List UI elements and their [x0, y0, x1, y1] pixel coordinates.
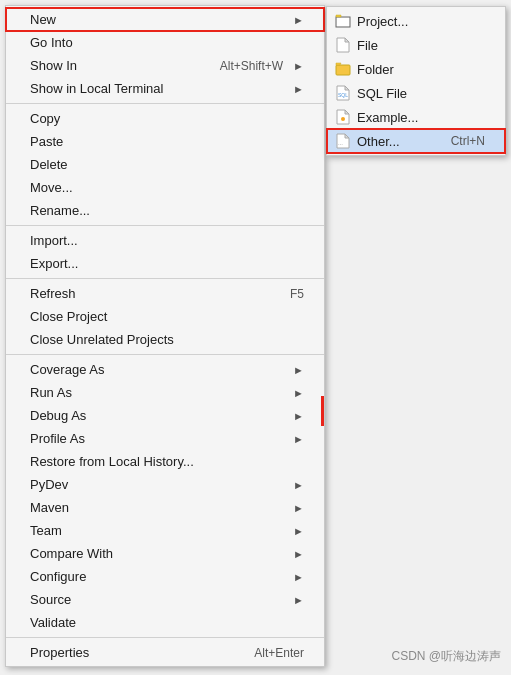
menu-item-new[interactable]: New ►: [6, 8, 324, 31]
menu-item-pydev[interactable]: PyDev ►: [6, 473, 324, 496]
svg-rect-2: [337, 18, 349, 26]
menu-item-go-into[interactable]: Go Into: [6, 31, 324, 54]
folder-label: Folder: [357, 62, 485, 77]
menu-item-rename[interactable]: Rename...: [6, 199, 324, 222]
example-label: Example...: [357, 110, 485, 125]
example-icon: [335, 109, 351, 125]
separator-1: [6, 103, 324, 104]
menu-item-validate[interactable]: Validate: [6, 611, 324, 634]
menu-item-copy[interactable]: Copy: [6, 107, 324, 130]
svg-marker-6: [336, 63, 341, 65]
menu-item-restore-history[interactable]: Restore from Local History...: [6, 450, 324, 473]
menu-item-move[interactable]: Move...: [6, 176, 324, 199]
menu-item-export[interactable]: Export...: [6, 252, 324, 275]
separator-5: [6, 637, 324, 638]
source-arrow: ►: [293, 594, 304, 606]
menu-item-profile-as[interactable]: Profile As ►: [6, 427, 324, 450]
svg-text:SQL: SQL: [338, 92, 348, 98]
compare-arrow: ►: [293, 548, 304, 560]
other-icon: ...: [335, 133, 351, 149]
menu-item-run-as[interactable]: Run As ►: [6, 381, 324, 404]
menu-item-source[interactable]: Source ►: [6, 588, 324, 611]
file-label: File: [357, 38, 485, 53]
svg-marker-8: [345, 86, 349, 90]
menu-item-new-arrow: ►: [293, 14, 304, 26]
menu-item-close-unrelated[interactable]: Close Unrelated Projects: [6, 328, 324, 351]
submenu-item-sql-file[interactable]: SQL SQL File: [327, 81, 505, 105]
menu-item-delete[interactable]: Delete: [6, 153, 324, 176]
other-label: Other...: [357, 134, 445, 149]
watermark: CSDN @听海边涛声: [391, 648, 501, 665]
sql-file-icon: SQL: [335, 85, 351, 101]
maven-arrow: ►: [293, 502, 304, 514]
pydev-arrow: ►: [293, 479, 304, 491]
svg-point-12: [341, 117, 345, 121]
submenu-new: Project... File Folder: [326, 6, 506, 156]
menu-item-team[interactable]: Team ►: [6, 519, 324, 542]
profile-arrow: ►: [293, 433, 304, 445]
svg-marker-14: [345, 134, 349, 138]
submenu-item-project[interactable]: Project...: [327, 9, 505, 33]
separator-2: [6, 225, 324, 226]
menu-item-import[interactable]: Import...: [6, 229, 324, 252]
menu-item-refresh[interactable]: Refresh F5: [6, 282, 324, 305]
submenu-item-other[interactable]: ... Other... Ctrl+N: [327, 129, 505, 153]
file-icon: [335, 37, 351, 53]
svg-marker-1: [336, 15, 341, 17]
debug-arrow: ►: [293, 410, 304, 422]
menu-item-show-local-terminal[interactable]: Show in Local Terminal ►: [6, 77, 324, 100]
menu-item-debug-as[interactable]: Debug As ►: [6, 404, 324, 427]
refresh-shortcut: F5: [290, 287, 304, 301]
show-local-arrow: ►: [293, 83, 304, 95]
svg-marker-11: [345, 110, 349, 114]
show-in-arrow: ►: [293, 60, 304, 72]
show-in-shortcut: Alt+Shift+W: [220, 59, 283, 73]
svg-rect-5: [336, 65, 350, 75]
other-shortcut: Ctrl+N: [451, 134, 485, 148]
run-arrow: ►: [293, 387, 304, 399]
submenu-item-file[interactable]: File: [327, 33, 505, 57]
accent-bar: [321, 396, 324, 426]
menu-item-paste[interactable]: Paste: [6, 130, 324, 153]
separator-3: [6, 278, 324, 279]
project-label: Project...: [357, 14, 485, 29]
sql-file-label: SQL File: [357, 86, 485, 101]
menu-item-maven[interactable]: Maven ►: [6, 496, 324, 519]
properties-shortcut: Alt+Enter: [254, 646, 304, 660]
project-icon: [335, 13, 351, 29]
menu-item-coverage-as[interactable]: Coverage As ►: [6, 358, 324, 381]
team-arrow: ►: [293, 525, 304, 537]
menu-item-new-label: New: [30, 12, 283, 27]
folder-icon: [335, 61, 351, 77]
svg-marker-4: [345, 38, 349, 42]
svg-text:...: ...: [338, 140, 343, 146]
submenu-item-folder[interactable]: Folder: [327, 57, 505, 81]
menu-item-configure[interactable]: Configure ►: [6, 565, 324, 588]
menu-item-compare-with[interactable]: Compare With ►: [6, 542, 324, 565]
menu-item-close-project[interactable]: Close Project: [6, 305, 324, 328]
submenu-item-example[interactable]: Example...: [327, 105, 505, 129]
separator-4: [6, 354, 324, 355]
menu-item-show-in[interactable]: Show In Alt+Shift+W ►: [6, 54, 324, 77]
context-menu: New ► Go Into Show In Alt+Shift+W ► Show…: [5, 5, 325, 667]
configure-arrow: ►: [293, 571, 304, 583]
coverage-arrow: ►: [293, 364, 304, 376]
menu-item-properties[interactable]: Properties Alt+Enter: [6, 641, 324, 664]
